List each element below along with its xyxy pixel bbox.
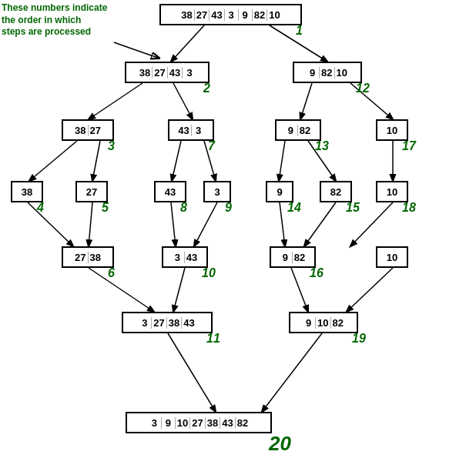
svg-line-17 — [280, 202, 285, 246]
node-n9: 3 — [203, 181, 231, 202]
step-n20: 20 — [269, 432, 291, 456]
step-n7: 7 — [208, 139, 215, 153]
step-n11: 11 — [206, 332, 220, 346]
node-n16: 982 — [270, 246, 316, 268]
svg-line-8 — [172, 141, 181, 181]
node-n10: 343 — [162, 246, 208, 268]
node-n13: 982 — [275, 119, 321, 141]
svg-line-14 — [28, 202, 73, 246]
step-n6: 6 — [108, 266, 115, 280]
node-n17: 10 — [376, 119, 408, 141]
step-n16: 16 — [310, 266, 323, 280]
step-n5: 5 — [102, 201, 109, 215]
step-n3: 3 — [108, 139, 115, 153]
step-root: 1 — [296, 24, 303, 38]
node-n14: 9 — [266, 181, 293, 202]
step-n18: 18 — [402, 201, 416, 215]
svg-line-15 — [171, 202, 176, 246]
svg-line-7 — [92, 141, 100, 181]
svg-line-21 — [173, 268, 185, 312]
node-n3: 3827 — [62, 119, 114, 141]
node-n18: 10 — [376, 181, 408, 202]
svg-line-10 — [279, 141, 285, 181]
node-n20: 391027384382 — [126, 412, 272, 433]
node-n7: 433 — [168, 119, 214, 141]
step-n19: 19 — [352, 332, 366, 346]
annotation-text: These numbers indicatethe order in which… — [2, 2, 107, 38]
node-root: 382743398210 — [159, 4, 302, 25]
step-n12: 12 — [356, 82, 370, 95]
svg-line-13 — [89, 202, 92, 246]
node-n8: 43 — [154, 181, 186, 202]
step-n2: 2 — [203, 82, 210, 95]
svg-line-16 — [194, 202, 217, 246]
node-n6: 2738 — [62, 246, 114, 268]
svg-line-2 — [89, 83, 142, 119]
svg-line-23 — [347, 268, 393, 312]
svg-line-4 — [300, 83, 312, 119]
step-n15: 15 — [346, 201, 360, 215]
step-n4: 4 — [37, 201, 44, 215]
svg-line-18 — [304, 202, 336, 246]
step-n14: 14 — [287, 201, 301, 215]
step-n17: 17 — [402, 139, 416, 153]
node-n15: 82 — [320, 181, 352, 202]
svg-line-20 — [89, 268, 154, 312]
svg-line-25 — [262, 333, 322, 412]
node-n2: 3827433 — [125, 62, 210, 83]
svg-line-6 — [29, 141, 77, 181]
node-n19_r: 10 — [376, 246, 408, 268]
step-n8: 8 — [180, 201, 187, 215]
step-n9: 9 — [225, 201, 232, 215]
svg-line-22 — [291, 268, 308, 312]
svg-line-3 — [173, 83, 193, 119]
node-n11: 3273843 — [122, 312, 213, 333]
node-n12: 98210 — [293, 62, 362, 83]
node-n19: 91082 — [289, 312, 358, 333]
step-n13: 13 — [315, 139, 329, 153]
node-n4: 38 — [11, 181, 43, 202]
step-n10: 10 — [202, 266, 216, 280]
node-n5: 27 — [75, 181, 108, 202]
svg-line-0 — [171, 25, 204, 62]
